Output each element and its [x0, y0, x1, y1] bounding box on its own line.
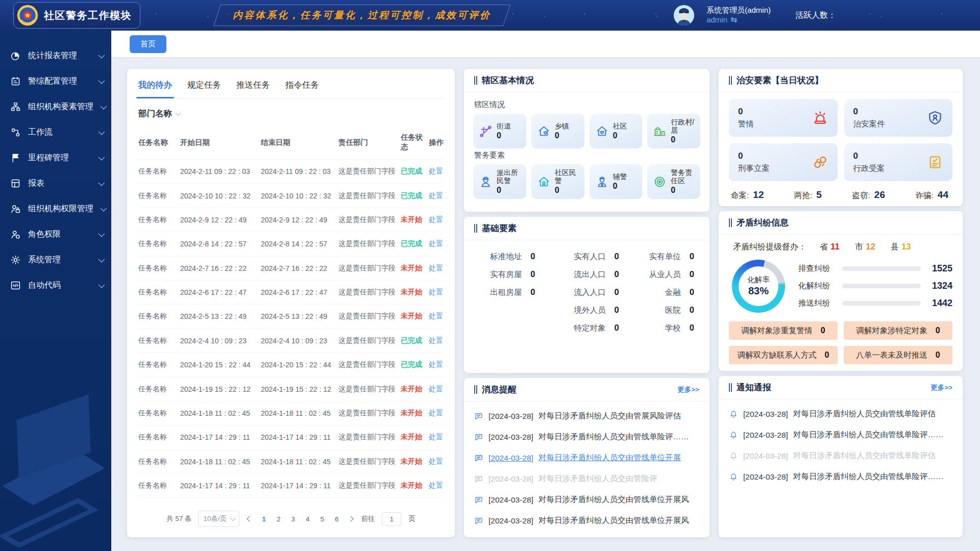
list-item[interactable]: [2024-03-28] 对每日涉矛盾纠纷人员交由管线单险评…… [474, 427, 699, 447]
sidebar-item[interactable]: 组织机构权限管理 [0, 196, 111, 221]
handle-task-link[interactable]: 处置 [429, 360, 443, 368]
page-number[interactable]: 3 [291, 515, 295, 523]
list-item[interactable]: [2024-03-28] 对每日涉矛盾纠纷人员交由管线单位开展风 [474, 510, 699, 531]
district-stat-card[interactable]: 街道 0 [473, 114, 526, 148]
card-label: 辅警 [613, 172, 627, 181]
sidebar-item[interactable]: 里程碑管理 [0, 145, 111, 170]
district-stat-card[interactable]: 乡镇 0 [531, 114, 584, 148]
todo-tab[interactable]: 指令任务 [285, 80, 319, 98]
messages-more-link[interactable]: 更多>> [677, 385, 699, 394]
handle-task-link[interactable]: 处置 [429, 288, 443, 296]
sidebar-item-label: 里程碑管理 [28, 153, 69, 163]
dispute-warning-button[interactable]: 调解对象涉特定对象 0 [844, 321, 952, 340]
todo-tab[interactable]: 推送任务 [236, 80, 270, 98]
list-item[interactable]: [2024-03-28] 对每日涉矛盾纠纷人员交由管展风险评估 [474, 406, 699, 427]
switch-user-icon[interactable]: ⇆ [730, 15, 737, 25]
handle-task-link[interactable]: 处置 [429, 409, 443, 417]
page-number[interactable]: 2 [277, 515, 281, 523]
dispute-warning-button[interactable]: 调解双方缺联系人方式 0 [729, 346, 838, 364]
district-stat-card[interactable]: 社区民警 0 [531, 164, 584, 199]
list-item[interactable]: [2024-03-28] 对每日涉矛盾纠纷人员交由管险评 [474, 468, 699, 489]
handle-task-link[interactable]: 处置 [429, 167, 443, 175]
element-value: 0 [690, 323, 694, 333]
cell-task-name: 任务名称 [138, 256, 180, 280]
district-stat-card[interactable]: 派出所民警 0 [473, 164, 526, 199]
prev-page-icon[interactable] [247, 516, 253, 521]
user-avatar[interactable] [674, 5, 694, 26]
sidebar-item[interactable]: 系统管理 [0, 247, 111, 272]
cell-task-name: 任务名称 [138, 232, 180, 256]
todo-tab[interactable]: 我的待办 [138, 80, 172, 98]
list-item[interactable]: [2024-03-28] 对每日涉矛盾纠纷人员交由管线单位开展 [474, 447, 699, 468]
level-name: 省 [820, 242, 828, 253]
card-label: 街道 [497, 122, 511, 130]
list-item[interactable]: [2024-03-28] 对每日涉矛盾纠纷人员交由管线单险评估 [729, 404, 952, 424]
item-text: 对每日涉矛盾纠纷人员交由管线单险评估 [793, 450, 936, 461]
basic-element-item: 实有人口 0 [552, 252, 619, 262]
list-item[interactable]: [2024-03-28] 对每日涉矛盾纠纷人员交由管线单险评估 [729, 445, 952, 466]
item-date: [2024-03-28] [488, 495, 533, 505]
item-date: [2024-03-28] [743, 472, 788, 482]
district-stat-card[interactable]: 行政村/居 0 [647, 114, 700, 148]
sidebar-item-label: 自动代码 [28, 280, 61, 291]
sidebar-item[interactable]: 角色权限 [0, 221, 111, 247]
page-number[interactable]: 6 [335, 515, 339, 523]
handle-task-link[interactable]: 处置 [429, 312, 443, 320]
page-number[interactable]: 4 [306, 515, 310, 523]
sidebar-item[interactable]: 组织机构要素管理 [0, 94, 111, 119]
sidebar-item-label: 工作流 [28, 127, 53, 138]
dispute-warning-button[interactable]: 八单一表未及时推送 0 [844, 346, 952, 364]
col-start-date: 开始日期 [180, 127, 261, 160]
col-end-date: 结束日期 [261, 127, 338, 160]
handle-task-link[interactable]: 处置 [429, 385, 443, 393]
security-stat-card[interactable]: 0 治安案件 [844, 99, 953, 137]
next-page-icon[interactable] [348, 516, 354, 521]
cell-task-name: 任务名称 [138, 305, 180, 329]
district-stat-card[interactable]: 警务责任区 0 [647, 164, 700, 199]
list-item[interactable]: [2024-03-28] 对每日涉矛盾纠纷人员交由管线单位开展风 [474, 489, 699, 510]
cell-action: 处置 [429, 256, 444, 280]
sidebar-item[interactable]: 警综配置管理 [0, 68, 111, 94]
notices-more-link[interactable]: 更多>> [930, 383, 952, 392]
level-name: 市 [855, 242, 863, 253]
handle-task-link[interactable]: 处置 [429, 191, 443, 199]
district-stat-card[interactable]: 辅警 0 [590, 164, 643, 199]
department-filter-label: 部门名称 [138, 108, 172, 119]
security-stat-card[interactable]: 0 行政受案 [844, 143, 953, 181]
target-icon [653, 175, 667, 189]
list-item[interactable]: [2024-03-28] 对每日涉矛盾纠纷人员交由管线单险评…… [729, 466, 952, 487]
handle-task-link[interactable]: 处置 [429, 481, 443, 489]
notices-panel: 通知通报 更多>> [2024-03-28] 对每日涉矛盾纠纷人员交由管线单险评… [719, 376, 963, 537]
todo-tab[interactable]: 规定任务 [187, 80, 221, 98]
basic-panel-title: 基础要素 [482, 222, 517, 234]
username[interactable]: admin [706, 15, 727, 25]
cell-status: 未开始 [401, 473, 429, 497]
security-stat-card[interactable]: 0 警情 [729, 99, 838, 137]
cell-action: 处置 [429, 232, 444, 256]
handle-task-link[interactable]: 处置 [429, 264, 443, 272]
page-number[interactable]: 1 [262, 515, 266, 523]
district-stat-card[interactable]: 社区 0 [590, 114, 643, 148]
handle-task-link[interactable]: 处置 [429, 215, 443, 223]
handle-task-link[interactable]: 处置 [429, 433, 443, 441]
page-number[interactable]: 5 [320, 515, 324, 523]
handle-task-link[interactable]: 处置 [429, 457, 443, 465]
element-label: 流出人口 [574, 269, 605, 280]
list-item[interactable]: [2024-03-28] 对每日涉矛盾纠纷人员交由管线单险评…… [729, 424, 952, 445]
tab-home[interactable]: 首页 [130, 35, 166, 53]
sidebar-item[interactable]: 统计报表管理 [0, 43, 111, 68]
dispute-warning-button[interactable]: 调解对象涉重复警情 0 [729, 321, 838, 340]
comment-icon [474, 516, 483, 525]
page-size-select[interactable]: 10条/页 [198, 511, 240, 527]
department-filter[interactable]: 部门名称 [138, 108, 444, 119]
community-icon [595, 124, 609, 138]
security-stat-card[interactable]: 0 刑事立案 [729, 143, 838, 181]
sidebar-item[interactable]: 自动代码 [0, 272, 111, 298]
goto-page-input[interactable] [382, 512, 401, 526]
sidebar-item[interactable]: 工作流 [0, 119, 111, 145]
handle-task-link[interactable]: 处置 [429, 336, 443, 344]
item-text: 对每日涉矛盾纠纷人员交由管线单险评…… [793, 471, 944, 482]
security-panel-title: 治安要素【当日状况】 [737, 74, 823, 86]
sidebar-item[interactable]: 报表 [0, 170, 111, 196]
handle-task-link[interactable]: 处置 [429, 239, 443, 247]
